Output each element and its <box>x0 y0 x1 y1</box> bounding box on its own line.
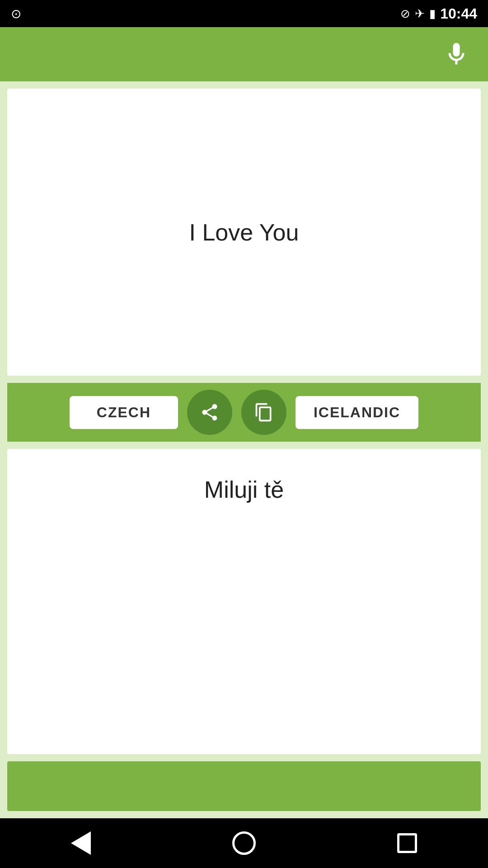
source-language-button[interactable]: CZECH <box>70 396 178 429</box>
copy-icon <box>254 402 274 422</box>
source-area: I Love You <box>7 89 481 376</box>
recent-button[interactable] <box>397 833 417 853</box>
language-bar: CZECH ICELANDIC <box>7 383 481 442</box>
share-icon <box>200 402 220 422</box>
share-button[interactable] <box>187 390 232 435</box>
status-right: ⊘ ✈ ▮ 10:44 <box>400 5 477 22</box>
translation-area: Miluji tě <box>7 449 481 754</box>
copy-button[interactable] <box>241 390 286 435</box>
translation-text: Miluji tě <box>186 449 302 530</box>
status-bar: ⊙ ⊘ ✈ ▮ 10:44 <box>0 0 488 27</box>
time-display: 10:44 <box>440 5 477 22</box>
back-button[interactable] <box>71 831 91 855</box>
blocked-signal-icon: ⊘ <box>400 7 410 21</box>
airplane-icon: ✈ <box>415 7 425 21</box>
home-icon <box>232 831 256 855</box>
back-icon <box>71 831 91 855</box>
source-text: I Love You <box>171 201 317 264</box>
content-wrapper: I Love You CZECH ICELANDIC Miluji tě <box>0 81 488 818</box>
status-left: ⊙ <box>11 6 21 21</box>
mic-icon <box>443 41 470 68</box>
mic-button[interactable] <box>443 41 470 68</box>
recent-icon <box>397 833 417 853</box>
bottom-green-bar <box>7 761 481 811</box>
nav-bar <box>0 818 488 868</box>
home-button[interactable] <box>232 831 256 855</box>
target-language-button[interactable]: ICELANDIC <box>296 396 418 429</box>
battery-icon: ▮ <box>429 7 436 21</box>
app-bar <box>0 27 488 81</box>
spinner-icon: ⊙ <box>11 6 21 21</box>
